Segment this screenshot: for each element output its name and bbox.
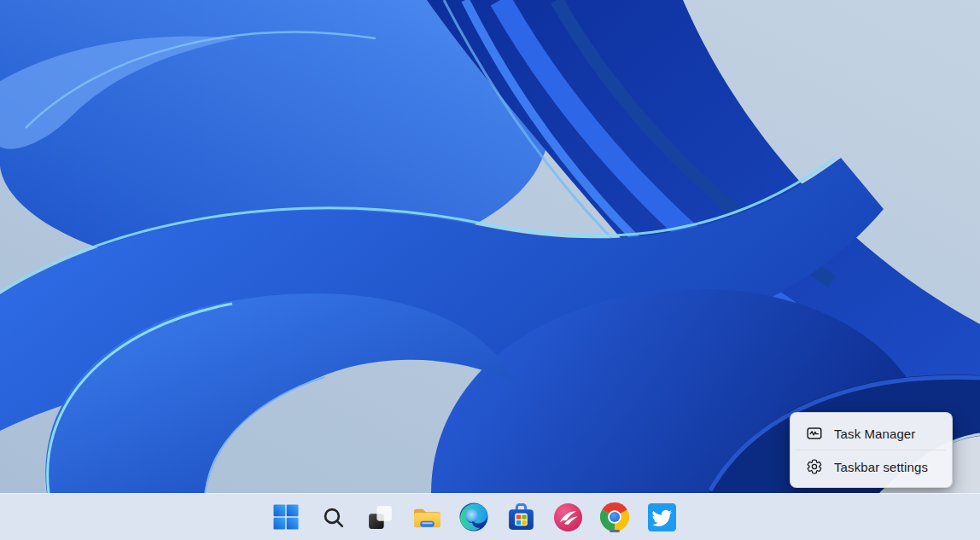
menu-item-task-manager[interactable]: Task Manager — [795, 417, 948, 450]
taskbar-task-view-button[interactable] — [363, 500, 397, 534]
menu-item-label: Task Manager — [834, 427, 915, 441]
chrome-browser-icon — [600, 502, 629, 531]
taskbar[interactable] — [0, 493, 980, 540]
search-icon — [322, 506, 345, 529]
taskbar-icon-row — [269, 500, 679, 534]
taskbar-twitter-button[interactable] — [645, 500, 679, 534]
folder-icon — [412, 504, 442, 530]
pink-feather-app-icon — [553, 502, 583, 532]
taskbar-feather-app-button[interactable] — [551, 500, 585, 534]
taskbar-context-menu: Task Manager Taskbar settings — [790, 412, 953, 488]
windows-start-icon — [273, 504, 299, 530]
chrome-running-indicator — [610, 530, 620, 532]
taskbar-chrome-button[interactable] — [598, 500, 632, 534]
twitter-bird-icon — [648, 503, 676, 531]
taskbar-edge-button[interactable] — [457, 500, 491, 534]
taskbar-search-button[interactable] — [316, 500, 350, 534]
menu-item-taskbar-settings[interactable]: Taskbar settings — [795, 450, 948, 483]
store-bag-icon — [506, 502, 536, 532]
taskbar-microsoft-store-button[interactable] — [504, 500, 538, 534]
menu-item-label: Taskbar settings — [834, 460, 928, 474]
edge-browser-icon — [459, 502, 488, 531]
taskbar-start-button[interactable] — [269, 500, 303, 534]
task-view-icon — [367, 504, 394, 531]
taskbar-file-explorer-button[interactable] — [410, 500, 444, 534]
task-manager-icon — [806, 425, 823, 442]
gear-icon — [806, 458, 823, 475]
